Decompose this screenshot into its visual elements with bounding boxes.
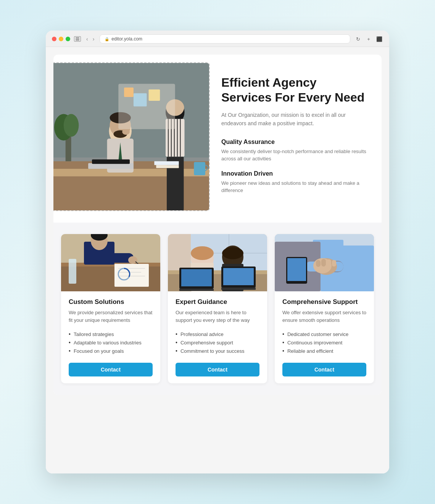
- browser-actions: ↻ + ⬛: [354, 35, 383, 43]
- svg-rect-78: [327, 259, 331, 267]
- add-tab-icon[interactable]: +: [365, 35, 372, 43]
- back-button[interactable]: ‹: [85, 35, 90, 43]
- card-comprehensive-title: Comprehensive Support: [282, 298, 366, 306]
- browser-chrome: ‹ › 🔒 editor.yola.com ↻ + ⬛: [46, 31, 389, 47]
- svg-point-12: [122, 129, 130, 135]
- card-expert-body: Expert Guidance Our experienced team is …: [168, 291, 267, 383]
- svg-rect-33: [154, 161, 179, 165]
- browser-content: Efficient Agency Services For Every Need…: [46, 47, 389, 473]
- svg-rect-43: [114, 264, 149, 287]
- svg-rect-62: [181, 269, 212, 286]
- svg-rect-76: [316, 260, 321, 267]
- card-custom-body: Custom Solutions We provide personalized…: [61, 291, 160, 383]
- list-item: Commitment to your success: [176, 347, 259, 355]
- traffic-lights: [52, 37, 70, 41]
- nav-arrows: ‹ ›: [85, 35, 96, 43]
- cards-section: Custom Solutions We provide personalized…: [53, 223, 382, 395]
- cards-grid: Custom Solutions We provide personalized…: [61, 234, 374, 383]
- svg-point-59: [222, 247, 243, 259]
- svg-rect-66: [221, 288, 256, 290]
- hero-section: Efficient Agency Services For Every Need…: [53, 55, 382, 223]
- hero-image-container: [53, 62, 210, 211]
- card-comprehensive-body: Comprehensive Support We offer extensive…: [275, 291, 374, 383]
- page-wrapper: Efficient Agency Services For Every Need…: [53, 55, 382, 395]
- url-text: editor.yola.com: [111, 36, 142, 42]
- list-item: Reliable and efficient: [282, 347, 366, 355]
- minimize-button[interactable]: [59, 37, 63, 41]
- card-comprehensive-desc: We offer extensive support services to e…: [282, 309, 366, 324]
- close-button[interactable]: [52, 37, 56, 41]
- svg-rect-32: [156, 165, 179, 168]
- svg-rect-48: [69, 259, 76, 284]
- svg-rect-77: [321, 259, 326, 267]
- card-custom-list: Tailored strategies Adaptable to various…: [69, 330, 153, 355]
- browser-window: ‹ › 🔒 editor.yola.com ↻ + ⬛: [46, 31, 389, 473]
- hero-title: Efficient Agency Services For Every Need: [221, 75, 366, 105]
- maximize-button[interactable]: [66, 37, 70, 41]
- feature-quality-desc: We consistently deliver top-notch perfor…: [221, 148, 366, 163]
- list-item: Continuous improvement: [282, 338, 366, 347]
- card-custom: Custom Solutions We provide personalized…: [61, 234, 160, 383]
- list-item: Comprehensive support: [176, 338, 259, 347]
- svg-rect-0: [76, 37, 79, 39]
- list-item: Adaptable to various industries: [69, 338, 153, 347]
- card-expert-list: Professional advice Comprehensive suppor…: [176, 330, 259, 355]
- svg-point-41: [128, 256, 137, 264]
- svg-rect-22: [88, 163, 134, 169]
- contact-button-custom[interactable]: Contact: [69, 363, 153, 376]
- forward-button[interactable]: ›: [91, 35, 96, 43]
- address-bar[interactable]: 🔒 editor.yola.com: [100, 34, 350, 44]
- svg-point-27: [64, 114, 79, 137]
- contact-button-expert[interactable]: Contact: [176, 363, 259, 376]
- card-custom-title: Custom Solutions: [69, 298, 153, 306]
- list-item: Dedicated customer service: [282, 330, 366, 338]
- card-expert-image: [168, 234, 267, 291]
- feature-innovation-title: Innovation Driven: [221, 170, 366, 177]
- list-item: Tailored strategies: [69, 330, 153, 338]
- hero-text: Efficient Agency Services For Every Need…: [221, 68, 366, 210]
- card-comprehensive-list: Dedicated customer service Continuous im…: [282, 330, 366, 355]
- svg-rect-24: [194, 162, 205, 175]
- svg-rect-81: [287, 258, 306, 281]
- svg-rect-1: [76, 39, 79, 40]
- svg-rect-65: [223, 268, 254, 285]
- feature-quality: Quality Assurance We consistently delive…: [221, 139, 366, 163]
- feature-quality-title: Quality Assurance: [221, 139, 366, 145]
- tab-icon: [74, 36, 81, 42]
- card-comprehensive: Comprehensive Support We offer extensive…: [275, 234, 374, 383]
- lock-icon: 🔒: [105, 37, 109, 41]
- card-expert: Expert Guidance Our experienced team is …: [168, 234, 267, 383]
- svg-rect-23: [92, 159, 130, 164]
- svg-point-56: [191, 246, 214, 260]
- hero-subtitle: At Our Organization, our mission is to e…: [221, 111, 366, 128]
- card-expert-title: Expert Guidance: [176, 298, 259, 306]
- extensions-icon[interactable]: ⬛: [375, 35, 383, 43]
- card-custom-image: [61, 234, 160, 291]
- feature-innovation: Innovation Driven We pioneer new ideas a…: [221, 170, 366, 194]
- list-item: Focused on your goals: [69, 347, 153, 355]
- contact-button-comprehensive[interactable]: Contact: [282, 363, 366, 376]
- card-custom-desc: We provide personalized services that fi…: [69, 309, 153, 324]
- card-expert-desc: Our experienced team is here to support …: [176, 309, 259, 324]
- feature-innovation-desc: We pioneer new ideas and solutions to st…: [221, 179, 366, 194]
- svg-rect-79: [332, 260, 336, 267]
- refresh-icon[interactable]: ↻: [354, 35, 362, 43]
- svg-rect-31: [118, 84, 175, 129]
- svg-rect-63: [179, 289, 214, 291]
- card-comprehensive-image: [275, 234, 374, 291]
- list-item: Professional advice: [176, 330, 259, 338]
